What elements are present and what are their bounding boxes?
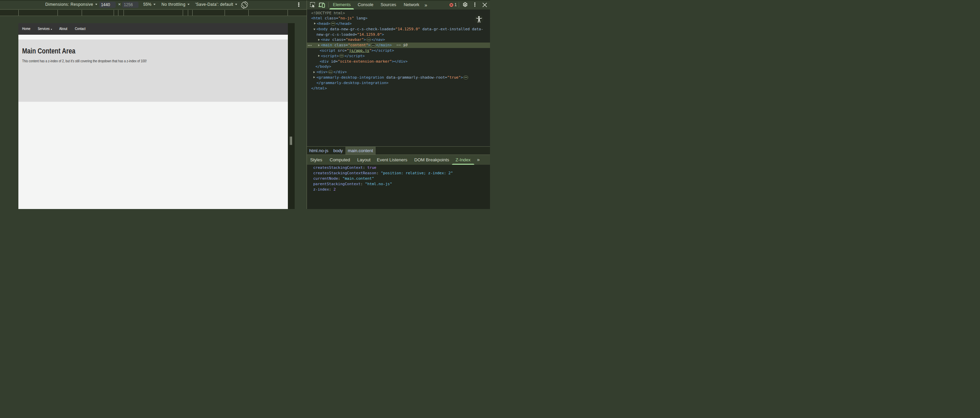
sidebar-tab-event-listeners[interactable]: Event Listeners xyxy=(373,155,411,165)
dom-tree-node[interactable]: <!DOCTYPE html> xyxy=(307,11,490,16)
tag-token: <body xyxy=(317,27,330,31)
error-count[interactable]: 1 xyxy=(455,2,457,7)
attribute-name-token: id= xyxy=(331,59,338,64)
page-nav-home[interactable]: Home xyxy=(22,23,30,35)
expand-toggle-icon[interactable] xyxy=(314,22,316,24)
resource-link[interactable]: js/app.js xyxy=(349,48,369,53)
property-value: 2 xyxy=(334,187,336,191)
page-nav-about[interactable]: About xyxy=(59,23,67,35)
page-nav-contact[interactable]: Contact xyxy=(75,23,86,35)
save-data-dropdown[interactable]: 'Save-Data': default xyxy=(195,2,237,7)
property-separator: : xyxy=(338,176,342,181)
dom-tree-node[interactable]: <div id="scite-extension-marker"></div> xyxy=(307,59,490,64)
device-toolbar-menu-icon[interactable] xyxy=(298,4,299,5)
dom-tree-node[interactable]: </html> xyxy=(307,86,490,91)
dom-tree-node[interactable]: <body data-new-gr-c-s-check-loaded="14.1… xyxy=(307,27,490,32)
node-options-dots-icon[interactable] xyxy=(308,45,309,46)
dom-tree-node[interactable]: <html class="no-js" lang> xyxy=(307,16,490,21)
dom-tree-node[interactable]: </grammarly-desktop-integration> xyxy=(307,80,490,86)
dom-node-text: new-gr-c-s-loaded="14.1259.0"> xyxy=(317,32,384,37)
dom-tree-node[interactable]: <nav class="navbar"></nav> xyxy=(307,37,490,43)
tag-token: > xyxy=(461,75,463,80)
sidebar-tab-styles[interactable]: Styles xyxy=(307,155,326,165)
toolbar-separator xyxy=(328,2,329,8)
breadcrumb-htmlnojs[interactable]: html.no-js xyxy=(307,147,331,155)
devtools-panel: 1 ElementsConsoleSourcesNetwork» <!DOCTY… xyxy=(307,0,490,209)
dom-tree-node[interactable]: <script src="js/app.js"></script> xyxy=(307,48,490,53)
breadcrumb-body[interactable]: body xyxy=(331,147,345,155)
attribute-value-token: " xyxy=(347,48,349,53)
dom-node-text: <script src="js/app.js"></script> xyxy=(320,48,395,53)
expand-toggle-icon[interactable] xyxy=(318,55,320,57)
settings-gear-icon[interactable] xyxy=(463,2,468,8)
ellipsis-dots xyxy=(373,45,374,46)
dom-tree-node[interactable]: <div></div> xyxy=(307,69,490,75)
collapsed-content-ellipsis-icon[interactable] xyxy=(463,75,468,79)
expand-toggle-icon[interactable] xyxy=(318,44,320,46)
viewport-height-input[interactable]: 1256 xyxy=(122,2,138,8)
sidebar-tab-computed[interactable]: Computed xyxy=(326,155,353,165)
equals-annotation: == xyxy=(392,43,403,47)
dom-node-text: </html> xyxy=(311,86,327,91)
attribute-value-token: "true" xyxy=(447,75,461,80)
inspect-element-icon[interactable] xyxy=(310,2,315,8)
media-query-divider xyxy=(183,10,183,16)
collapsed-content-ellipsis-icon[interactable] xyxy=(328,70,333,74)
zindex-property-row: currentNode: "main.content" xyxy=(313,176,490,182)
breadcrumb-maincontent[interactable]: main.content xyxy=(345,147,375,155)
devtools-tab-sources[interactable]: Sources xyxy=(381,2,396,7)
viewport-resize-strip[interactable] xyxy=(288,23,295,209)
viewport-resize-grip[interactable] xyxy=(290,137,293,145)
attribute-name-token: class= xyxy=(334,43,348,47)
page-nav-services[interactable]: Services xyxy=(38,23,52,35)
close-devtools-icon[interactable] xyxy=(482,2,487,8)
collapsed-content-ellipsis-icon[interactable] xyxy=(371,43,375,47)
expand-toggle-icon[interactable] xyxy=(313,76,315,78)
tag-token: ></script> xyxy=(372,48,394,53)
device-toolbar-toggle-icon[interactable] xyxy=(318,2,325,8)
expand-toggle-icon[interactable] xyxy=(318,39,320,41)
device-toolbar: Dimensions: Responsive 1440 × 1256 55% N… xyxy=(0,0,307,10)
dimensions-separator: × xyxy=(118,2,121,7)
accessibility-person-icon[interactable] xyxy=(474,14,484,24)
page-heading: Main Content Area xyxy=(22,46,75,55)
page-paragraph: This content has a z-index of 2, but it'… xyxy=(22,59,147,63)
collapsed-content-ellipsis-icon[interactable] xyxy=(366,38,371,41)
devtools-tab-elements[interactable]: Elements xyxy=(333,2,350,7)
more-sidebar-tabs-icon[interactable]: » xyxy=(473,155,483,165)
expand-toggle-icon[interactable] xyxy=(313,29,315,30)
property-value: "position: relative; z-index: 2" xyxy=(381,171,453,175)
zoom-dropdown[interactable]: 55% xyxy=(143,2,156,7)
dom-tree-node[interactable]: new-gr-c-s-loaded="14.1259.0"> xyxy=(307,32,490,37)
tag-token: <main xyxy=(321,43,334,47)
tag-token: </script> xyxy=(344,54,365,58)
throttling-dropdown[interactable]: No throttling xyxy=(162,2,190,7)
devtools-menu-icon[interactable] xyxy=(474,4,476,5)
ellipsis-dots xyxy=(341,56,342,56)
property-separator: : xyxy=(329,187,334,191)
dom-tree-node[interactable]: <main class="content"></main> == $0 xyxy=(307,43,490,48)
attribute-name-token: new-gr-c-s-loaded= xyxy=(317,32,357,37)
dom-tree-node[interactable]: </body> xyxy=(307,64,490,69)
collapsed-content-ellipsis-icon[interactable] xyxy=(339,54,344,58)
devtools-tab-network[interactable]: Network xyxy=(404,2,420,7)
error-badge[interactable] xyxy=(450,3,453,7)
attribute-name-token: lang xyxy=(356,16,366,21)
devtools-tab-console[interactable]: Console xyxy=(358,2,373,7)
sidebar-tab-dom-breakpoints[interactable]: DOM Breakpoints xyxy=(411,155,453,165)
dom-tree-node[interactable]: <grammarly-desktop-integration data-gram… xyxy=(307,75,490,80)
property-name: createsStackingContextReason xyxy=(313,171,376,175)
expand-toggle-icon[interactable] xyxy=(313,71,315,73)
chevron-down-icon xyxy=(235,4,237,5)
dom-node-text: </body> xyxy=(315,64,331,69)
collapsed-content-ellipsis-icon[interactable] xyxy=(331,22,336,26)
sidebar-tab-z-index[interactable]: Z-Index xyxy=(452,155,474,165)
dom-tree-node[interactable]: <head></head> xyxy=(307,21,490,27)
more-tabs-icon[interactable]: » xyxy=(425,2,427,8)
dom-tree-node[interactable]: <script></script> xyxy=(307,53,490,59)
sidebar-tab-layout[interactable]: Layout xyxy=(353,155,374,165)
rotate-device-icon[interactable] xyxy=(241,2,248,8)
dimensions-dropdown[interactable]: Dimensions: Responsive xyxy=(45,2,97,7)
media-query-bar[interactable] xyxy=(0,10,307,16)
viewport-width-input[interactable]: 1440 xyxy=(99,2,116,8)
